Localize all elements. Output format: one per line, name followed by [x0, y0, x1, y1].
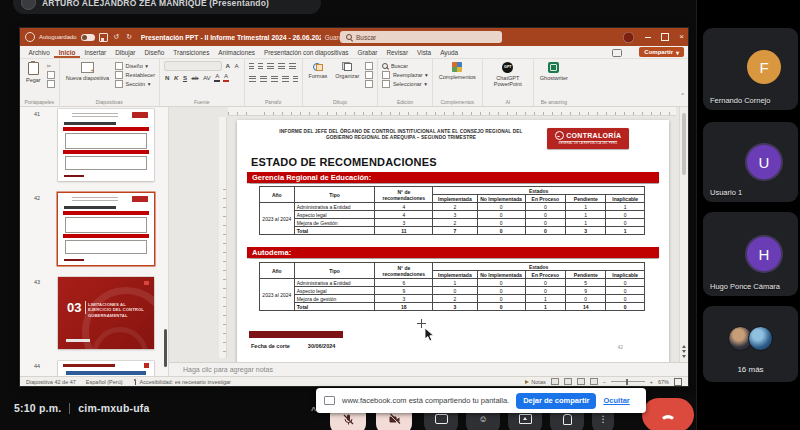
thumbnail-scrollbar[interactable]: [164, 329, 167, 367]
slide-canvas[interactable]: INFORME DEL JEFE DEL ÓRGANO DE CONTROL I…: [237, 120, 669, 362]
save-icon[interactable]: [99, 33, 108, 42]
slide-thumbnail-44[interactable]: [58, 361, 154, 376]
addins-button[interactable]: Complementos: [437, 61, 478, 81]
copy-icon[interactable]: [47, 71, 55, 79]
notes-pane[interactable]: Haga clic para agregar notas: [169, 362, 688, 376]
slide-thumbnail-43[interactable]: 03 LIMITACIONES AL EJERCICIO DEL CONTROL…: [58, 277, 154, 349]
tab-grabar[interactable]: Grabar: [353, 47, 382, 58]
undo-icon[interactable]: ↺: [112, 33, 121, 41]
quick-styles-icon[interactable]: [365, 62, 373, 70]
tab-animaciones[interactable]: Animaciones: [214, 47, 260, 58]
tab-transiciones[interactable]: Transiciones: [169, 47, 214, 58]
indent-increase-icon[interactable]: [278, 63, 285, 69]
scroll-down-icon[interactable]: [682, 355, 686, 358]
editor-scrollbar[interactable]: [679, 107, 688, 362]
header-cell: Estados: [433, 187, 645, 195]
language-indicator[interactable]: Español (Perú): [86, 379, 123, 385]
shape-fill-icon[interactable]: [365, 71, 373, 79]
participant-tile[interactable]: H Hugo Ponce Cámara: [703, 212, 798, 296]
participant-tile[interactable]: F Fernando Cornejo: [703, 28, 798, 110]
layout-button[interactable]: Diseño▾: [115, 61, 155, 70]
restore-icon[interactable]: [661, 33, 669, 41]
zoom-percent[interactable]: 67%: [658, 379, 669, 385]
line-spacing-icon[interactable]: [289, 63, 296, 69]
participant-tile[interactable]: U Usuario 1: [703, 122, 798, 202]
cell: Administrativa a Entidad: [294, 279, 375, 287]
tab-ayuda[interactable]: Ayuda: [436, 47, 463, 58]
reading-view-icon[interactable]: [577, 378, 585, 385]
align-right-icon[interactable]: [271, 76, 278, 82]
font-shrink-icon[interactable]: A: [233, 62, 239, 69]
columns-icon[interactable]: [293, 76, 298, 82]
strikethrough-button[interactable]: ab: [191, 74, 200, 81]
slide-thumbnail-41[interactable]: [58, 109, 154, 181]
redo-icon[interactable]: ↻: [125, 33, 134, 41]
new-slide-button[interactable]: Nueva diapositiva: [64, 61, 111, 82]
italic-button[interactable]: K: [173, 74, 179, 81]
tab-revisar[interactable]: Revisar: [382, 47, 413, 58]
cell: 1: [566, 211, 606, 219]
font-grow-icon[interactable]: A: [224, 62, 230, 69]
bullets-icon[interactable]: [249, 63, 254, 69]
normal-view-icon[interactable]: [551, 378, 559, 385]
tab-dibujar[interactable]: Dibujar: [111, 47, 140, 58]
next-slide-icon[interactable]: [682, 350, 686, 353]
stop-sharing-button[interactable]: Dejar de compartir: [516, 393, 596, 409]
slideshow-icon[interactable]: [590, 378, 598, 385]
font-color-button[interactable]: A: [223, 73, 229, 81]
hide-link[interactable]: Ocultar: [603, 396, 629, 405]
more-participants-tile[interactable]: 16 más: [703, 306, 798, 382]
notes-button[interactable]: Notas: [525, 379, 545, 385]
search-box[interactable]: Buscar: [340, 31, 502, 43]
zoom-in-icon[interactable]: +: [650, 379, 653, 385]
highlight-button[interactable]: A: [214, 73, 220, 81]
char-spacing-button[interactable]: AV: [202, 74, 212, 81]
close-icon[interactable]: ×: [679, 33, 684, 41]
tab-insertar[interactable]: Insertar: [80, 47, 111, 58]
reset-button[interactable]: Restablecer: [115, 70, 155, 79]
accessibility-status[interactable]: Accesibilidad: es necesario investigar: [133, 379, 231, 385]
align-left-icon[interactable]: [249, 76, 256, 82]
section-button[interactable]: Sección▾: [115, 79, 155, 88]
zoom-slider[interactable]: [611, 381, 645, 382]
select-button[interactable]: Seleccionar▾: [382, 79, 427, 88]
share-button[interactable]: Compartir ▾: [639, 47, 684, 57]
shape-outline-icon[interactable]: [365, 80, 373, 88]
shapes-button[interactable]: Formas: [307, 61, 330, 80]
group-label: Dibujo: [307, 98, 374, 106]
align-center-icon[interactable]: [260, 76, 267, 82]
previous-slide-icon[interactable]: [682, 345, 686, 348]
arrange-button[interactable]: Organizar: [333, 61, 361, 80]
font-name-box[interactable]: [164, 61, 222, 71]
slide-sorter-icon[interactable]: [564, 378, 572, 385]
replace-button[interactable]: Reemplazar▾: [382, 70, 427, 79]
bold-button[interactable]: N: [164, 74, 170, 81]
clipboard-icon: [28, 62, 39, 75]
find-button[interactable]: Buscar: [382, 61, 427, 70]
tab-presentacion[interactable]: Presentación con diapositivas: [259, 47, 353, 58]
tab-archivo[interactable]: Archivo: [24, 47, 54, 58]
chatgpt-button[interactable]: GPT ChatGPT PowerPoint: [487, 61, 529, 88]
end-call-button[interactable]: [642, 398, 694, 430]
collapse-ribbon-icon[interactable]: ^: [681, 92, 684, 98]
zoom-out-icon[interactable]: –: [603, 379, 606, 385]
tab-inicio[interactable]: Inicio: [54, 47, 80, 58]
tab-diseno[interactable]: Diseño: [140, 47, 169, 58]
underline-button[interactable]: S: [182, 74, 188, 81]
paste-button[interactable]: Pegar: [24, 61, 43, 84]
fit-slide-icon[interactable]: [674, 378, 682, 386]
numbering-icon[interactable]: [258, 63, 263, 69]
cut-icon[interactable]: ✂: [47, 63, 52, 69]
comments-icon[interactable]: [612, 49, 622, 57]
justify-icon[interactable]: [282, 76, 289, 82]
indent-decrease-icon[interactable]: [267, 63, 274, 69]
present-icon: [519, 414, 532, 424]
tab-vista[interactable]: Vista: [413, 47, 436, 58]
slide-thumbnail-42[interactable]: [58, 193, 154, 265]
account-avatar[interactable]: [623, 32, 634, 43]
autosave-toggle[interactable]: [81, 34, 95, 41]
mouse-cursor: [424, 327, 435, 343]
format-painter-icon[interactable]: [47, 80, 55, 88]
ghostwriter-button[interactable]: Ghostwriter: [538, 61, 570, 82]
minimize-icon[interactable]: [645, 37, 651, 38]
